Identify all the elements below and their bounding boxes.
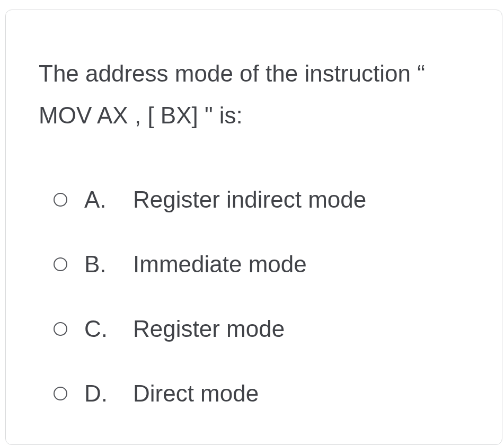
option-b[interactable]: B. Immediate mode [54, 251, 470, 278]
option-text: Register mode [133, 316, 285, 342]
option-a[interactable]: A. Register indirect mode [54, 186, 470, 213]
option-c[interactable]: C. Register mode [54, 316, 470, 342]
options-list: A. Register indirect mode B. Immediate m… [39, 186, 470, 407]
option-letter: C. [84, 316, 116, 342]
option-letter: B. [84, 251, 116, 278]
option-text: Immediate mode [133, 251, 307, 278]
radio-icon[interactable] [54, 322, 67, 336]
question-card: The address mode of the instruction “ MO… [5, 10, 502, 445]
option-text: Direct mode [133, 380, 259, 407]
option-letter: A. [84, 186, 116, 213]
option-text: Register indirect mode [133, 186, 366, 213]
radio-icon[interactable] [54, 193, 67, 207]
radio-icon[interactable] [54, 257, 67, 271]
option-d[interactable]: D. Direct mode [54, 380, 470, 407]
option-letter: D. [84, 380, 116, 407]
radio-icon[interactable] [54, 387, 67, 400]
question-text: The address mode of the instruction “ MO… [39, 52, 470, 136]
